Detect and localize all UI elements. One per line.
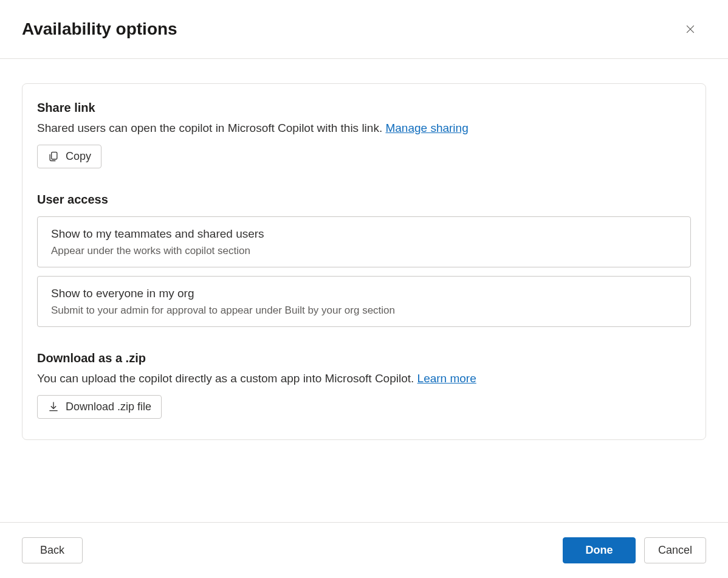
option-show-teammates[interactable]: Show to my teammates and shared users Ap… <box>37 216 691 267</box>
options-panel: Share link Shared users can open the cop… <box>22 83 706 440</box>
download-zip-label: Download .zip file <box>66 401 151 413</box>
user-access-title: User access <box>37 193 691 207</box>
option-description: Submit to your admin for approval to app… <box>51 303 677 318</box>
download-icon <box>47 401 60 413</box>
dialog-footer: Back Done Cancel <box>0 522 728 578</box>
option-title: Show to my teammates and shared users <box>51 225 677 243</box>
dialog-content: Share link Shared users can open the cop… <box>0 59 728 452</box>
done-button[interactable]: Done <box>563 537 636 563</box>
svg-rect-2 <box>52 152 57 159</box>
copy-button-label: Copy <box>66 150 91 163</box>
share-link-desc-text: Shared users can open the copilot in Mic… <box>37 122 385 134</box>
manage-sharing-link[interactable]: Manage sharing <box>385 122 468 134</box>
download-section: Download as a .zip You can upload the co… <box>37 351 691 419</box>
close-icon <box>684 23 696 35</box>
dialog-title: Availability options <box>22 19 177 39</box>
learn-more-link[interactable]: Learn more <box>417 372 476 385</box>
user-access-section: User access Show to my teammates and sha… <box>37 193 691 328</box>
option-title: Show to everyone in my org <box>51 285 677 303</box>
back-button[interactable]: Back <box>22 537 83 563</box>
copy-button[interactable]: Copy <box>37 145 101 168</box>
option-show-org[interactable]: Show to everyone in my org Submit to you… <box>37 276 691 327</box>
close-button[interactable] <box>679 18 701 40</box>
download-description: You can upload the copilot directly as a… <box>37 370 691 388</box>
share-link-title: Share link <box>37 101 691 115</box>
share-link-section: Share link Shared users can open the cop… <box>37 101 691 168</box>
cancel-button[interactable]: Cancel <box>644 537 706 563</box>
dialog-header: Availability options <box>0 0 728 59</box>
copy-icon <box>47 150 60 162</box>
share-link-description: Shared users can open the copilot in Mic… <box>37 120 691 137</box>
download-desc-text: You can upload the copilot directly as a… <box>37 372 417 385</box>
download-title: Download as a .zip <box>37 351 691 365</box>
download-zip-button[interactable]: Download .zip file <box>37 395 162 419</box>
option-description: Appear under the works with copilot sect… <box>51 244 677 258</box>
footer-actions: Done Cancel <box>563 537 706 563</box>
